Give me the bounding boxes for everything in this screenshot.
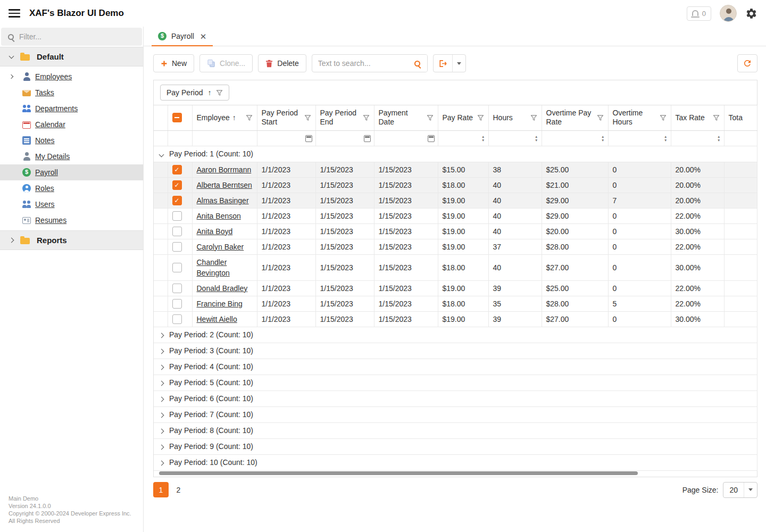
employee-link[interactable]: Almas Basinger xyxy=(197,196,249,205)
tab-payroll[interactable]: Payroll ✕ xyxy=(152,27,213,46)
payroll-row[interactable]: Hewitt Aiello1/1/20231/15/20231/15/2023$… xyxy=(154,311,757,327)
column-header-employee[interactable]: Employee↑ xyxy=(192,105,257,130)
group-row-collapsed[interactable]: Pay Period: 6 (Count: 10) xyxy=(154,390,757,406)
payroll-row[interactable]: ✓Aaron Borrmann1/1/20231/15/20231/15/202… xyxy=(154,162,757,177)
page-size-select[interactable]: 20 xyxy=(723,482,757,498)
filter-cell-employee[interactable] xyxy=(192,130,257,146)
export-button[interactable] xyxy=(434,55,453,72)
group-row-collapsed[interactable]: Pay Period: 10 (Count: 10) xyxy=(154,454,757,470)
payroll-row[interactable]: Francine Bing1/1/20231/15/20231/15/2023$… xyxy=(154,296,757,311)
search-input[interactable] xyxy=(312,59,408,68)
filter-icon[interactable] xyxy=(246,114,253,121)
column-header-tax-rate[interactable]: Tax Rate xyxy=(671,105,724,130)
employee-link[interactable]: Anita Benson xyxy=(197,212,241,220)
sidebar-item-users[interactable]: Users xyxy=(0,196,143,212)
row-checkbox[interactable]: ✓ xyxy=(172,196,182,205)
calendar-icon[interactable] xyxy=(305,135,312,142)
sidebar-item-departments[interactable]: Departments xyxy=(0,101,143,117)
column-header-payment-date[interactable]: Payment Date xyxy=(374,105,438,130)
filter-cell-pay-period-end[interactable] xyxy=(315,130,374,146)
row-checkbox[interactable] xyxy=(172,263,182,272)
employee-link[interactable]: Hewitt Aiello xyxy=(197,315,237,323)
column-header-pay-period-end[interactable]: Pay Period End xyxy=(315,105,374,130)
sidebar-item-notes[interactable]: Notes xyxy=(0,132,143,148)
sidebar-item-tasks[interactable]: Tasks xyxy=(0,85,143,101)
employee-link[interactable]: Chandler Bevington xyxy=(197,258,230,277)
group-chip-pay-period[interactable]: Pay Period ↑ xyxy=(160,85,229,101)
settings-button[interactable] xyxy=(745,7,757,20)
row-checkbox[interactable]: ✓ xyxy=(172,165,182,174)
delete-button[interactable]: Delete xyxy=(258,54,306,72)
sidebar-item-employees[interactable]: Employees xyxy=(0,69,143,85)
employee-link[interactable]: Anita Boyd xyxy=(197,227,233,236)
payroll-row[interactable]: Carolyn Baker1/1/20231/15/20231/15/2023$… xyxy=(154,239,757,254)
filter-cell-overtime-pay-rate[interactable]: ▲▼ xyxy=(542,130,608,146)
filter-cell-hours[interactable]: ▲▼ xyxy=(488,130,542,146)
column-header-tota[interactable]: Tota xyxy=(724,105,757,130)
select-all-checkbox[interactable] xyxy=(172,113,182,122)
filter-cell-tax-rate[interactable]: ▲▼ xyxy=(671,130,724,146)
horizontal-scrollbar[interactable] xyxy=(154,471,757,477)
filter-icon[interactable] xyxy=(530,114,537,121)
select-all-header[interactable] xyxy=(168,105,192,130)
group-row-collapsed[interactable]: Pay Period: 7 (Count: 10) xyxy=(154,406,757,422)
column-header-pay-rate[interactable]: Pay Rate xyxy=(438,105,488,130)
chevron-right-icon[interactable] xyxy=(159,397,164,402)
group-row-collapsed[interactable]: Pay Period: 8 (Count: 10) xyxy=(154,422,757,438)
payroll-row[interactable]: Anita Boyd1/1/20231/15/20231/15/2023$19.… xyxy=(154,223,757,239)
row-checkbox[interactable] xyxy=(172,211,182,221)
employee-link[interactable]: Carolyn Baker xyxy=(197,243,244,251)
row-checkbox[interactable]: ✓ xyxy=(172,180,182,190)
row-checkbox[interactable] xyxy=(172,299,182,309)
filter-cell-overtime-hours[interactable]: ▲▼ xyxy=(608,130,671,146)
filter-cell-payment-date[interactable] xyxy=(374,130,438,146)
spin-down-icon[interactable]: ▼ xyxy=(535,139,538,143)
filter-icon[interactable] xyxy=(363,114,370,121)
filter-icon[interactable] xyxy=(427,114,434,121)
hamburger-menu-icon[interactable] xyxy=(9,6,20,21)
sidebar-item-roles[interactable]: Roles xyxy=(0,180,143,196)
chevron-right-icon[interactable] xyxy=(159,333,164,338)
chevron-down-icon[interactable] xyxy=(159,152,164,157)
payroll-row[interactable]: Chandler Bevington1/1/20231/15/20231/15/… xyxy=(154,254,757,280)
filter-icon[interactable] xyxy=(477,114,484,121)
chevron-right-icon[interactable] xyxy=(159,429,164,434)
clone-button[interactable]: Clone... xyxy=(199,54,253,72)
chevron-right-icon[interactable] xyxy=(159,365,164,370)
row-checkbox[interactable] xyxy=(172,242,182,252)
sidebar-filter[interactable] xyxy=(1,28,142,46)
group-row-collapsed[interactable]: Pay Period: 9 (Count: 10) xyxy=(154,438,757,454)
chevron-right-icon[interactable] xyxy=(159,349,164,354)
group-row-collapsed[interactable]: Pay Period: 5 (Count: 10) xyxy=(154,375,757,390)
spin-down-icon[interactable]: ▼ xyxy=(481,139,485,143)
chevron-right-icon[interactable] xyxy=(9,74,13,79)
filter-icon[interactable] xyxy=(713,114,720,121)
sidebar-item-resumes[interactable]: Resumes xyxy=(0,212,143,228)
filter-icon[interactable] xyxy=(597,114,604,121)
filter-icon[interactable] xyxy=(216,89,223,96)
column-header-overtime-hours[interactable]: Overtime Hours xyxy=(608,105,671,130)
column-header-overtime-pay-rate[interactable]: Overtime Pay Rate xyxy=(542,105,608,130)
sidebar-item-calendar[interactable]: Calendar xyxy=(0,117,143,132)
payroll-row[interactable]: Anita Benson1/1/20231/15/20231/15/2023$1… xyxy=(154,208,757,223)
row-checkbox[interactable] xyxy=(172,284,182,293)
sidebar-item-my-details[interactable]: My Details xyxy=(0,148,143,164)
chevron-right-icon[interactable] xyxy=(159,461,164,466)
employee-link[interactable]: Donald Bradley xyxy=(197,284,248,293)
group-row-expanded[interactable]: Pay Period: 1 (Count: 10) xyxy=(154,146,757,162)
filter-cell-pay-period-start[interactable] xyxy=(257,130,315,146)
chevron-right-icon[interactable] xyxy=(159,445,164,450)
chevron-right-icon[interactable] xyxy=(159,413,164,418)
filter-icon[interactable] xyxy=(304,114,311,121)
export-dropdown-button[interactable] xyxy=(453,55,465,72)
employee-link[interactable]: Alberta Berntsen xyxy=(197,181,252,189)
notifications-button[interactable]: 0 xyxy=(687,6,711,21)
close-icon[interactable]: ✕ xyxy=(200,32,207,40)
filter-icon[interactable] xyxy=(660,114,667,121)
payroll-row[interactable]: ✓Alberta Berntsen1/1/20231/15/20231/15/2… xyxy=(154,177,757,193)
payroll-row[interactable]: ✓Almas Basinger1/1/20231/15/20231/15/202… xyxy=(154,193,757,208)
search-button[interactable] xyxy=(408,55,427,72)
avatar[interactable] xyxy=(720,5,737,22)
chevron-right-icon[interactable] xyxy=(159,381,164,386)
payroll-row[interactable]: Donald Bradley1/1/20231/15/20231/15/2023… xyxy=(154,280,757,296)
